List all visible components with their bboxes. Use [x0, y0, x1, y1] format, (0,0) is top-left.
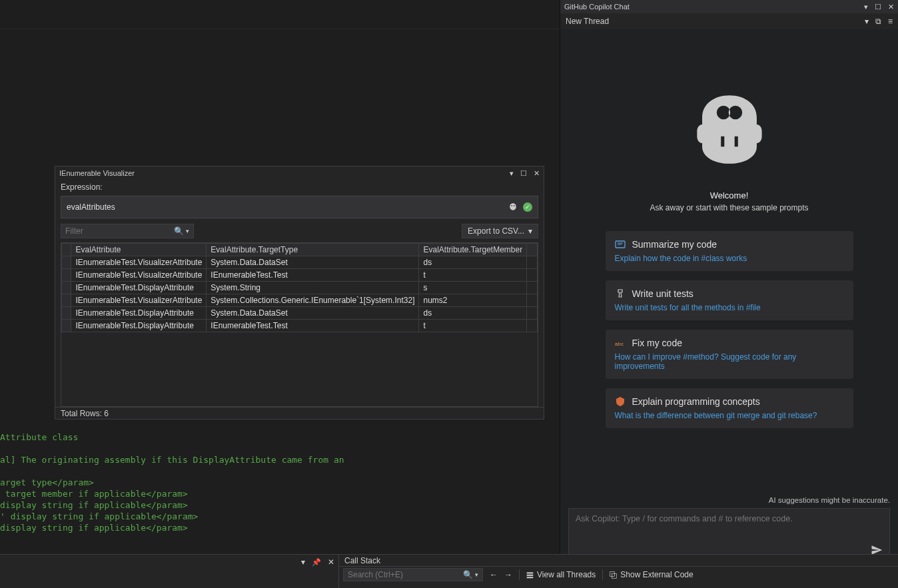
visualizer-statusbar: Total Rows: 6 — [55, 407, 544, 419]
prompt-card[interactable]: Summarize my codeExplain how the code in… — [606, 231, 853, 271]
card-subtitle[interactable]: Explain how the code in #class works — [615, 254, 844, 263]
table-cell[interactable]: t — [419, 269, 527, 282]
show-external-code-button[interactable]: Show External Code — [610, 570, 693, 579]
table-cell[interactable]: System.Data.DataSet — [207, 256, 419, 269]
card-icon — [615, 239, 626, 250]
welcome-heading: Welcome! — [650, 190, 808, 200]
card-title: Fix my code — [632, 338, 682, 348]
prompt-card[interactable]: abcFix my codeHow can I improve #method?… — [606, 330, 853, 379]
grid-corner — [62, 244, 71, 256]
maximize-icon[interactable]: ☐ — [875, 3, 881, 11]
filter-field[interactable] — [65, 226, 174, 236]
card-title: Write unit tests — [632, 288, 693, 299]
expression-label: Expression: — [55, 180, 544, 193]
copilot-chat-panel: GitHub Copilot Chat ▾ ☐ ✕ New Thread ▾ ⧉… — [560, 0, 898, 571]
table-cell[interactable]: ds — [419, 256, 527, 269]
search-icon[interactable]: 🔍 — [174, 226, 184, 236]
card-icon: abc — [615, 338, 626, 348]
valid-check-icon — [523, 202, 532, 212]
callstack-search-field[interactable] — [348, 570, 463, 579]
copilot-title: GitHub Copilot Chat — [564, 3, 864, 11]
table-row[interactable]: IEnumerableTest.VisualizerAttributeSyste… — [62, 294, 538, 307]
chevron-down-icon[interactable]: ▾ — [528, 226, 532, 236]
card-subtitle[interactable]: Write unit tests for all the methods in … — [615, 303, 844, 312]
column-header[interactable]: EvalAttribute.TargetType — [207, 244, 419, 256]
svg-text:abc: abc — [615, 341, 624, 347]
table-cell[interactable]: System.String — [207, 282, 419, 294]
callstack-title[interactable]: Call Stack — [339, 555, 898, 567]
menu-icon[interactable]: ≡ — [888, 17, 893, 26]
svg-rect-3 — [527, 574, 534, 575]
table-cell[interactable]: IEnumerableTest.DisplayAttribute — [71, 307, 207, 320]
table-cell[interactable]: IEnumerableTest.VisualizerAttribute — [71, 256, 207, 269]
filter-dropdown-icon[interactable]: ▾ — [184, 228, 189, 234]
chevron-down-icon[interactable]: ▾ — [473, 571, 478, 578]
table-cell[interactable]: IEnumerableTest.DisplayAttribute — [71, 282, 207, 294]
table-cell[interactable]: IEnumerableTest.DisplayAttribute — [71, 320, 207, 332]
expression-value: evalAttributes — [67, 202, 508, 212]
svg-rect-2 — [527, 572, 534, 573]
nav-left-icon[interactable]: ← — [490, 570, 498, 579]
data-grid[interactable]: EvalAttribute EvalAttribute.TargetType E… — [61, 242, 538, 407]
table-row[interactable]: IEnumerableTest.DisplayAttributeSystem.D… — [62, 307, 538, 320]
nav-right-icon[interactable]: → — [504, 570, 512, 579]
table-row[interactable]: IEnumerableTest.VisualizerAttributeSyste… — [62, 256, 538, 269]
card-icon — [615, 288, 626, 299]
welcome-subtitle: Ask away or start with these sample prom… — [650, 203, 808, 212]
copilot-icon[interactable] — [508, 202, 518, 212]
table-cell[interactable]: ds — [419, 307, 527, 320]
table-cell[interactable]: t — [419, 320, 527, 332]
column-header[interactable]: EvalAttribute.TargetMember — [419, 244, 527, 256]
thread-bar[interactable]: New Thread ▾ ⧉ ≡ — [560, 13, 898, 29]
table-cell[interactable]: nums2 — [419, 294, 527, 307]
chevron-down-icon[interactable]: ▾ — [865, 17, 869, 26]
table-cell[interactable]: System.Collections.Generic.IEnumerable`1… — [207, 294, 419, 307]
new-thread-icon[interactable]: ⧉ — [875, 17, 881, 26]
chevron-down-icon[interactable]: ▾ — [301, 557, 305, 567]
column-header[interactable]: EvalAttribute — [71, 244, 207, 256]
search-icon[interactable]: 🔍 — [463, 570, 473, 579]
prompt-card[interactable]: Explain programming conceptsWhat is the … — [606, 388, 853, 428]
table-row[interactable]: IEnumerableTest.DisplayAttributeSystem.S… — [62, 282, 538, 294]
table-cell[interactable]: System.Data.DataSet — [207, 307, 419, 320]
bottom-left-panel: ▾ 📌 ✕ — [0, 555, 339, 588]
table-cell[interactable]: IEnumerableTest.Test — [207, 269, 419, 282]
table-cell[interactable]: IEnumerableTest.Test — [207, 320, 419, 332]
close-icon[interactable]: ✕ — [328, 557, 334, 567]
card-icon — [615, 396, 626, 407]
card-title: Explain programming concepts — [632, 396, 760, 407]
table-cell[interactable]: IEnumerableTest.VisualizerAttribute — [71, 269, 207, 282]
thread-title: New Thread — [566, 17, 865, 26]
copilot-titlebar[interactable]: GitHub Copilot Chat ▾ ☐ ✕ — [560, 0, 898, 13]
table-cell[interactable]: IEnumerableTest.VisualizerAttribute — [71, 294, 207, 307]
table-cell[interactable]: s — [419, 282, 527, 294]
expression-textbox[interactable]: evalAttributes — [61, 196, 538, 218]
column-header-empty — [527, 244, 538, 256]
filter-input[interactable]: 🔍 ▾ — [61, 224, 194, 238]
card-subtitle[interactable]: What is the difference between git merge… — [615, 411, 844, 420]
visualizer-title: IEnumerable Visualizer — [59, 169, 510, 177]
svg-rect-6 — [612, 573, 617, 578]
export-csv-button[interactable]: Export to CSV... ▾ — [462, 224, 538, 238]
ai-disclaimer: AI suggestions might be inaccurate. — [568, 496, 890, 504]
close-icon[interactable]: ✕ — [888, 3, 894, 11]
svg-rect-5 — [610, 571, 615, 576]
card-subtitle[interactable]: How can I improve #method? Suggest code … — [615, 352, 844, 371]
chevron-down-icon[interactable]: ▾ — [510, 169, 514, 178]
maximize-icon[interactable]: ☐ — [520, 169, 527, 178]
visualizer-titlebar[interactable]: IEnumerable Visualizer ▾ ☐ ✕ — [55, 166, 544, 180]
view-all-threads-button[interactable]: View all Threads — [526, 570, 596, 579]
card-title: Summarize my code — [632, 239, 717, 250]
ienumerable-visualizer-window[interactable]: IEnumerable Visualizer ▾ ☐ ✕ Expression:… — [55, 166, 544, 420]
table-row[interactable]: IEnumerableTest.VisualizerAttributeIEnum… — [62, 269, 538, 282]
editor-tab-area — [0, 0, 560, 29]
svg-rect-4 — [527, 577, 534, 578]
pin-icon[interactable]: 📌 — [312, 558, 321, 567]
callstack-panel: Call Stack 🔍 ▾ ← → View all Threads Show… — [339, 555, 898, 588]
chevron-down-icon[interactable]: ▾ — [864, 3, 868, 11]
callstack-search[interactable]: 🔍 ▾ — [343, 568, 483, 581]
close-icon[interactable]: ✕ — [534, 169, 540, 178]
prompt-card[interactable]: Write unit testsWrite unit tests for all… — [606, 280, 853, 320]
copilot-logo-icon — [687, 85, 772, 170]
table-row[interactable]: IEnumerableTest.DisplayAttributeIEnumera… — [62, 320, 538, 332]
